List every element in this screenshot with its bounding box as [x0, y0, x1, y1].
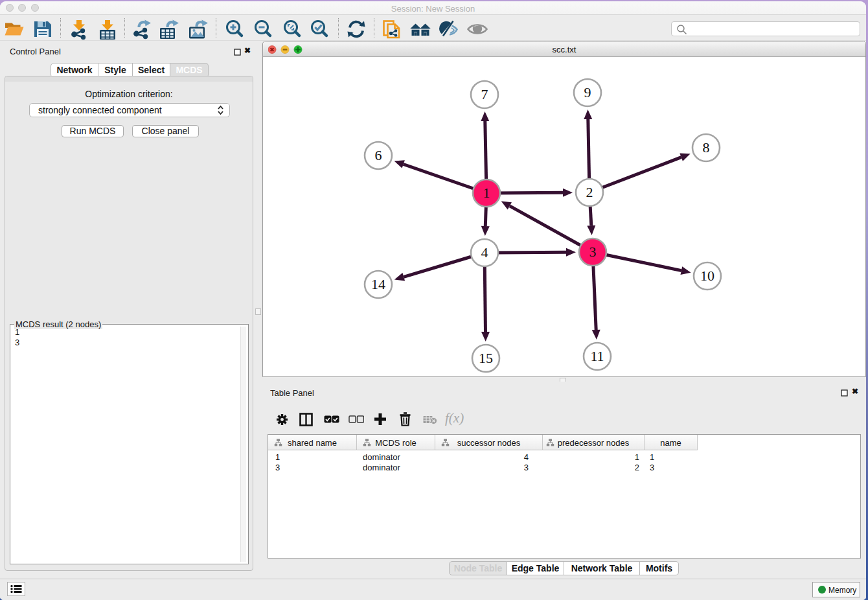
svg-text:6: 6	[375, 147, 382, 163]
svg-text:8: 8	[703, 139, 710, 156]
svg-text:15: 15	[479, 350, 493, 366]
svg-text:7: 7	[481, 86, 488, 102]
svg-text:14: 14	[371, 276, 385, 292]
svg-text:2: 2	[586, 184, 593, 200]
svg-text:4: 4	[481, 244, 488, 260]
svg-text:1: 1	[483, 185, 490, 201]
svg-text:11: 11	[590, 348, 604, 364]
svg-text:3: 3	[589, 244, 597, 260]
svg-text:10: 10	[700, 268, 714, 284]
svg-text:9: 9	[584, 84, 591, 100]
